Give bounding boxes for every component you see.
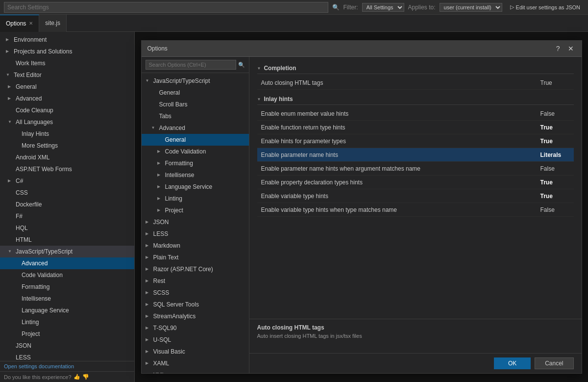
sidebar-item-alllanguages[interactable]: All Languages [0, 116, 134, 128]
dtree-vb[interactable]: ▶ Visual Basic [142, 346, 249, 357]
sidebar-item-fsharp[interactable]: F# [0, 210, 134, 222]
dtree-usql[interactable]: ▶ U-SQL [142, 334, 249, 346]
sidebar-item-texteditor[interactable]: Text Editor [0, 69, 134, 81]
dtree-jsts[interactable]: ▼ JavaScript/TypeScript [142, 75, 249, 87]
sidebar-item-dockerfile[interactable]: Dockerfile [0, 199, 134, 210]
dtree-general-label: General [159, 88, 180, 98]
dtree-plaintext[interactable]: ▶ Plain Text [142, 252, 249, 263]
dtree-tabs[interactable]: Tabs [142, 110, 249, 122]
dialog-search-input[interactable] [146, 60, 236, 70]
sidebar-item-codecleanup[interactable]: Code Cleanup [0, 104, 134, 116]
dtree-sqltools[interactable]: ▶ SQL Server Tools [142, 299, 249, 310]
sidebar-item-jsts-advanced[interactable]: Advanced [0, 257, 134, 269]
sidebar-item-jsts-formatting[interactable]: Formatting [0, 281, 134, 293]
dialog-help-button[interactable]: ? [554, 44, 562, 53]
sidebar-item-jsts-langservice[interactable]: Language Service [0, 305, 134, 316]
dialog-tree-content[interactable]: ▼ JavaScript/TypeScript General Scroll B… [142, 73, 249, 373]
dtree-markdown[interactable]: ▶ Markdown [142, 240, 249, 252]
setting-vartype[interactable]: Enable variable type hints True [257, 189, 574, 203]
sidebar-item-inlayhints[interactable]: Inlay Hints [0, 128, 134, 140]
dtree-langservice[interactable]: ▶ Language Service [142, 181, 249, 193]
search-settings-input[interactable] [4, 2, 328, 13]
setting-propdecl-value: True [540, 179, 570, 186]
setting-argmatches[interactable]: Enable parameter name hints when argumen… [257, 162, 574, 176]
ok-button[interactable]: OK [494, 357, 531, 369]
sidebar-item-androidxml[interactable]: Android XML [0, 152, 134, 163]
sidebar-item-environment[interactable]: Environment [0, 34, 134, 46]
setting-returntype[interactable]: Enable function return type hints True [257, 121, 574, 134]
dtree-formatting[interactable]: ▶ Formatting [142, 157, 249, 169]
dialog-body: 🔍 ▼ JavaScript/TypeScript General [142, 57, 582, 373]
sidebar-item-jsts-codevalidation[interactable]: Code Validation [0, 269, 134, 281]
dtree-scrollbars[interactable]: Scroll Bars [142, 99, 249, 110]
dtree-tabs-label: Tabs [159, 111, 172, 121]
dtree-streamanalytics[interactable]: ▶ StreamAnalytics [142, 310, 249, 322]
sidebar-item-html[interactable]: HTML [0, 234, 134, 246]
setting-paramnames[interactable]: Enable parameter name hints Literals [257, 148, 574, 162]
dialog-content: ▼ Completion Auto closing HTML tags True [249, 57, 582, 373]
tab-options[interactable]: Options ✕ [0, 15, 39, 32]
open-settings-doc[interactable]: Open settings documentation [0, 361, 134, 371]
dtree-json[interactable]: ▶ JSON [142, 216, 249, 228]
dtree-advanced[interactable]: ▼ Advanced [142, 122, 249, 134]
thumbs-down-icon[interactable]: 👎 [82, 374, 89, 380]
dtree-formatting-arrow: ▶ [157, 158, 163, 168]
sidebar-item-jsts[interactable]: JavaScript/TypeScript [0, 246, 134, 257]
sidebar-item-jsts-linting[interactable]: Linting [0, 316, 134, 328]
filter-select[interactable]: All Settings [362, 3, 404, 12]
dtree-intellisense[interactable]: ▶ Intellisense [142, 169, 249, 181]
sidebar-item-csharp[interactable]: C# [0, 175, 134, 187]
tab-sitejs[interactable]: site.js [39, 15, 67, 32]
dtree-tsql90[interactable]: ▶ T-SQL90 [142, 322, 249, 334]
dtree-adv-general[interactable]: General [142, 134, 249, 146]
dtree-xaml[interactable]: ▶ XAML [142, 357, 249, 369]
dtree-rest[interactable]: ▶ Rest [142, 275, 249, 287]
dtree-project[interactable]: ▶ Project [142, 204, 249, 216]
sidebar-item-moresettings[interactable]: More Settings [0, 140, 134, 152]
setting-returntype-name: Enable function return type hints [261, 124, 540, 131]
sidebar-item-json[interactable]: JSON [0, 340, 134, 352]
setting-enum[interactable]: Enable enum member value hints False [257, 107, 574, 121]
inlayhints-section-header[interactable]: ▼ Inlay hints [257, 94, 574, 105]
sidebar-item-jsts-intellisense[interactable]: Intellisense [0, 293, 134, 305]
sidebar-json-label: JSON [16, 341, 31, 351]
dtree-general[interactable]: General [142, 87, 249, 99]
completion-toggle: ▼ [257, 66, 261, 71]
setting-propdecl[interactable]: Enable property declaration types hints … [257, 176, 574, 189]
applies-select[interactable]: user (current install) [440, 3, 502, 12]
setting-propdecl-name: Enable property declaration types hints [261, 179, 540, 186]
sidebar-item-jsts-project[interactable]: Project [0, 328, 134, 340]
dtree-scss[interactable]: ▶ SCSS [142, 287, 249, 299]
sidebar-item-general[interactable]: General [0, 81, 134, 93]
edit-json-button[interactable]: ▷ Edit user settings as JSON [506, 3, 584, 11]
setting-vartypematch[interactable]: Enable variable type hints when type mat… [257, 203, 574, 217]
dtree-linting[interactable]: ▶ Linting [142, 193, 249, 204]
sidebar-item-workitems[interactable]: Work Items [0, 57, 134, 69]
dtree-intellisense-label: Intellisense [165, 170, 195, 180]
setting-autoclosing[interactable]: Auto closing HTML tags True [257, 76, 574, 90]
dtree-formatting-label: Formatting [165, 158, 193, 168]
dtree-razor[interactable]: ▶ Razor (ASP.NET Core) [142, 263, 249, 275]
sidebar-item-advanced[interactable]: Advanced [0, 93, 134, 104]
completion-section-header[interactable]: ▼ Completion [257, 63, 574, 74]
thumbs-up-icon[interactable]: 👍 [74, 374, 80, 380]
sidebar-item-less[interactable]: LESS [0, 352, 134, 361]
sidebar-tree[interactable]: Environment Projects and Solutions Work … [0, 32, 134, 361]
sidebar-item-css[interactable]: CSS [0, 187, 134, 199]
sidebar-item-hql[interactable]: HQL [0, 222, 134, 234]
dialog-close-button[interactable]: ✕ [566, 44, 576, 53]
sidebar-item-aspnet[interactable]: ASP.NET Web Forms [0, 163, 134, 175]
cancel-button[interactable]: Cancel [535, 357, 573, 369]
dialog-content-body[interactable]: ▼ Completion Auto closing HTML tags True [249, 57, 582, 319]
dtree-jsts-arrow: ▼ [146, 76, 151, 86]
dtree-codevalidation[interactable]: ▶ Code Validation [142, 146, 249, 157]
tab-options-close[interactable]: ✕ [29, 21, 33, 26]
sidebar-item-projects[interactable]: Projects and Solutions [0, 46, 134, 57]
setting-vartype-name: Enable variable type hints [261, 193, 540, 200]
setting-paramtypes[interactable]: Enable hints for parameter types True [257, 134, 574, 148]
dtree-vb-label: Visual Basic [153, 347, 185, 357]
dtree-less[interactable]: ▶ LESS [142, 228, 249, 240]
main-layout: Environment Projects and Solutions Work … [0, 32, 588, 382]
dtree-less-label: LESS [153, 229, 169, 239]
dtree-xml[interactable]: ▶ XML [142, 369, 249, 373]
